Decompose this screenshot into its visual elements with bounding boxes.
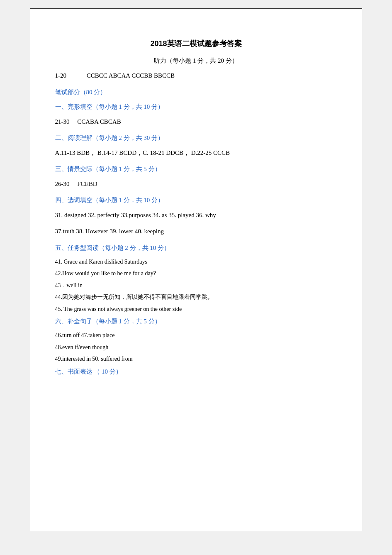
item-43: 43．well in: [55, 281, 337, 290]
section6-label: 六、补全句子（每小题 1 分，共 5 分）: [55, 316, 337, 327]
item-46-47: 46.turn off 47.taken place: [55, 331, 337, 340]
section4-line1: 31. designed 32. perfectly 33.purposes 3…: [55, 210, 337, 221]
item-42: 42.How would you like to be me for a day…: [55, 269, 337, 278]
title-year: 2018: [150, 39, 167, 48]
section3-label: 三、情景交际（每小题 1 分，共 5 分）: [55, 164, 337, 175]
listening-answers: 1-20 CCBCC ABCAA CCCBB BBCCB: [55, 71, 337, 81]
item-45: 45. The grass was not always greener on …: [55, 305, 337, 314]
written-heading: 笔试部分（80 分）: [55, 87, 337, 98]
section4-line2: 37.truth 38. However 39. lower 40. keepi…: [55, 226, 337, 237]
listening-label: 1-20: [55, 72, 67, 79]
item-49-50: 49.interested in 50. suffered from: [55, 355, 337, 364]
section1-label-num: 21-30: [55, 118, 70, 125]
listening-heading: 听力（每小题 1 分，共 20 分）: [55, 57, 337, 65]
item-48: 48.even if/even though: [55, 343, 337, 352]
item-41: 41. Grace and Karen disliked Saturdays: [55, 257, 337, 266]
section1-label: 一、完形填空（每小题 1 分，共 10 分）: [55, 102, 337, 112]
section2-label: 二、阅读理解（每小题 2 分，共 30 分）: [55, 133, 337, 144]
exam-page: 2018英语二模试题参考答案 听力（每小题 1 分，共 20 分） 1-20 C…: [30, 8, 362, 531]
page-title: 2018英语二模试题参考答案: [55, 39, 337, 49]
section3-values: FCEBD: [77, 181, 97, 187]
section5-label: 五、任务型阅读（每小题 2 分，共 10 分）: [55, 243, 337, 254]
listening-values: CCBCC ABCAA CCCBB BBCCB: [87, 72, 175, 79]
section1-values: CCABA CBCAB: [77, 118, 121, 125]
section1-answers: 21-30 CCABA CBCAB: [55, 117, 337, 127]
section3-answers: 26-30 FCEBD: [55, 179, 337, 190]
section2-answers: A.11-13 BDB， B.14-17 BCDD，C. 18-21 DDCB，…: [55, 148, 337, 159]
section3-label-num: 26-30: [55, 181, 70, 187]
item-44: 44.因为她对舞步一无所知，所以她不得不盲目地跟着同学跳。: [55, 293, 337, 302]
section7-label: 七、书面表达 （ 10 分）: [55, 367, 337, 377]
section4-label: 四、选词填空（每小题 1 分，共 10 分）: [55, 195, 337, 206]
title-text: 英语二模试题参考答案: [167, 39, 242, 48]
top-divider: [55, 26, 337, 26]
